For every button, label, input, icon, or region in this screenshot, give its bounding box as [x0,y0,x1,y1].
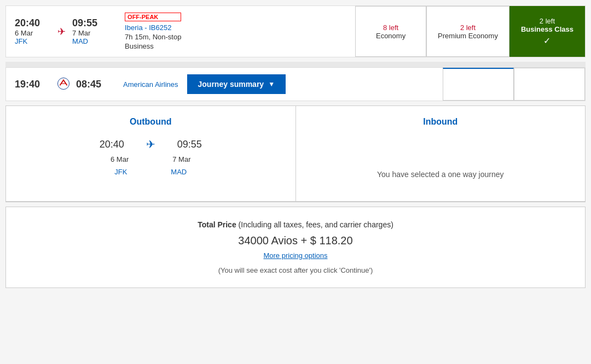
price-label: Total Price (Including all taxes, fees, … [19,220,572,229]
outbound-column: Outbound 20:40 ✈ 09:55 6 Mar 7 Mar JFK M… [6,106,296,201]
iberia-flight-link[interactable]: Iberia - IB6252 [125,24,181,32]
aa-cabin-placeholder-1 [443,68,514,101]
business-check-icon: ✓ [543,36,551,46]
outbound-arrive-airport[interactable]: MAD [171,168,187,176]
journey-summary-chevron: ▼ [268,80,275,88]
outbound-depart-time: 20:40 [100,139,124,150]
price-panel: Total Price (Including all taxes, fees, … [5,207,586,288]
off-peak-badge: OFF-PEAK [125,13,181,21]
iberia-logo-container: ✈ [57,26,66,38]
depart-times: 20:40 6 Mar JFK [15,17,40,45]
outbound-depart-date: 6 Mar [111,155,129,163]
aa-arrive-times: 08:45 [76,79,101,90]
premium-economy-label: Premium Economy [438,32,498,40]
outbound-arrive-date: 7 Mar [172,155,190,163]
inbound-title: Inbound [312,117,569,127]
outbound-depart-airport[interactable]: JFK [114,168,127,176]
inbound-message: You have selected a one way journey [312,138,569,211]
arrive-times: 09:55 7 Mar MAD [72,17,97,45]
iberia-bird-icon: ✈ [57,26,66,38]
arrive-date: 7 Mar [72,29,97,37]
arrive-time: 09:55 [72,17,97,29]
outbound-airports: JFK MAD [22,168,279,176]
depart-date: 6 Mar [15,29,40,37]
section-divider [5,62,586,67]
business-seats: 2 left [540,17,555,25]
inbound-column: Inbound You have selected a one way jour… [296,106,586,201]
aa-depart-times: 19:40 [15,79,40,90]
aa-logo-icon [57,78,69,90]
journey-summary-tab[interactable]: Journey summary ▼ [187,74,286,94]
journey-columns: Outbound 20:40 ✈ 09:55 6 Mar 7 Mar JFK M… [6,106,585,202]
exact-cost-note: (You will see exact cost after you click… [19,266,572,274]
outbound-title: Outbound [22,117,279,127]
business-label: Business Class [521,25,573,33]
price-amount: 34000 Avios + $ 118.20 [19,234,572,247]
aa-depart-time: 19:40 [15,79,40,90]
aa-airline-link[interactable]: American Airlines [123,80,178,89]
aa-cabin-placeholder-2 [514,68,585,101]
flight-card-aa: 19:40 08:45 American Airlines Journey su… [5,67,586,101]
flight-info-aa: 19:40 08:45 American Airlines [6,71,187,98]
flight-info-iberia: 20:40 6 Mar JFK ✈ 09:55 7 Mar MAD OFF-PE… [6,6,236,57]
flight-details-iberia: OFF-PEAK Iberia - IB6252 7h 15m, Non-sto… [125,13,181,50]
depart-time: 20:40 [15,17,40,29]
journey-summary-panel: Outbound 20:40 ✈ 09:55 6 Mar 7 Mar JFK M… [5,105,586,202]
flight-class: Business [125,42,181,50]
economy-label: Economy [376,32,405,40]
page-wrapper: 20:40 6 Mar JFK ✈ 09:55 7 Mar MAD OFF-PE… [0,0,591,298]
economy-seats: 8 left [383,24,398,32]
flight-card-iberia: 20:40 6 Mar JFK ✈ 09:55 7 Mar MAD OFF-PE… [5,5,586,57]
economy-option[interactable]: 8 left Economy [355,6,426,57]
journey-summary-label: Journey summary [198,80,264,89]
outbound-plane-icon: ✈ [146,138,155,151]
cabin-options: 8 left Economy 2 left Premium Economy 2 … [355,6,585,57]
flight-duration: 7h 15m, Non-stop [125,33,181,41]
price-label-bold: Total Price [198,220,236,229]
aa-logo-container [57,78,69,91]
business-class-option[interactable]: 2 left Business Class ✓ [509,6,585,57]
more-pricing-link[interactable]: More pricing options [19,251,572,260]
outbound-flight-times: 20:40 ✈ 09:55 [22,138,279,151]
premium-economy-option[interactable]: 2 left Premium Economy [426,6,509,57]
aa-cabin-placeholders [443,68,585,101]
depart-airport-link[interactable]: JFK [15,37,40,45]
premium-economy-seats: 2 left [460,24,476,32]
outbound-arrive-time: 09:55 [177,139,202,150]
arrive-airport-link[interactable]: MAD [72,37,97,45]
aa-arrive-time: 08:45 [76,79,101,90]
price-label-rest: (Including all taxes, fees, and carrier … [236,220,393,229]
outbound-dates: 6 Mar 7 Mar [22,155,279,163]
